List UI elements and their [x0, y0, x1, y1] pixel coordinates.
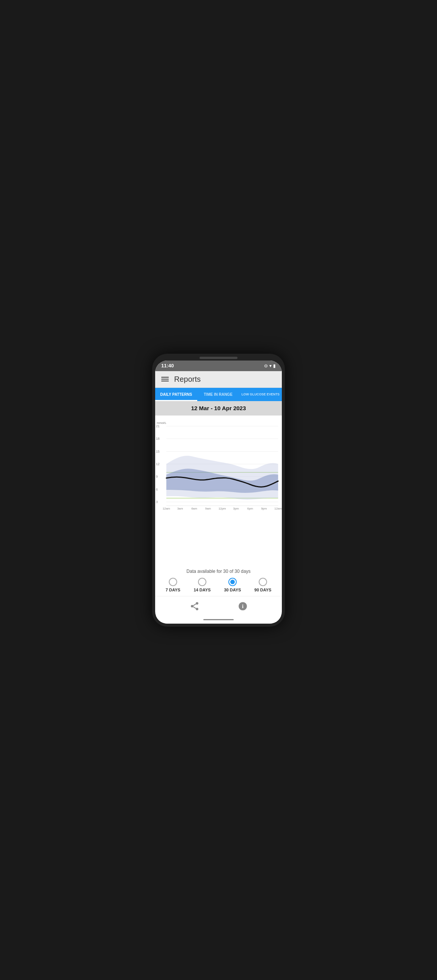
- svg-text:18: 18: [156, 436, 160, 440]
- day-option-90[interactable]: 90 DAYS: [255, 578, 272, 592]
- svg-text:9: 9: [156, 474, 158, 478]
- chart-container: mmol/L 21 18 15 12 9: [155, 415, 282, 566]
- day-label-30: 30 DAYS: [224, 588, 241, 592]
- day-option-7[interactable]: 7 DAYS: [166, 578, 180, 592]
- battery-icon: ▮: [273, 363, 276, 369]
- svg-point-29: [196, 608, 198, 610]
- date-range-text: 12 Mar - 10 Apr 2023: [191, 405, 246, 411]
- phone-notch: [199, 357, 238, 359]
- bottom-toolbar: i: [155, 596, 282, 616]
- tab-time-in-range[interactable]: TIME IN RANGE: [197, 388, 239, 401]
- hamburger-line-2: [161, 379, 169, 380]
- share-button[interactable]: [188, 599, 201, 613]
- svg-text:21: 21: [156, 424, 160, 428]
- svg-text:6am: 6am: [191, 506, 198, 510]
- radio-30days[interactable]: [228, 578, 237, 586]
- tab-daily-patterns[interactable]: DAILY PATTERNS: [155, 388, 197, 401]
- status-bar: 11:40 ⊖ ▾ ▮: [155, 361, 282, 371]
- data-info: Data available for 30 of 30 days: [155, 566, 282, 576]
- chart-svg: mmol/L 21 18 15 12 9: [155, 418, 282, 517]
- day-label-90: 90 DAYS: [255, 588, 272, 592]
- svg-text:9pm: 9pm: [261, 506, 267, 510]
- hamburger-line-3: [161, 381, 169, 381]
- info-icon: i: [238, 601, 248, 611]
- day-option-14[interactable]: 14 DAYS: [193, 578, 211, 592]
- svg-point-28: [191, 605, 193, 607]
- svg-text:3: 3: [156, 500, 158, 503]
- tab-bar: DAILY PATTERNS TIME IN RANGE LOW GLUCOSE…: [155, 388, 282, 401]
- day-selector: 7 DAYS 14 DAYS 30 DAYS 90 DAYS: [155, 576, 282, 596]
- svg-text:15: 15: [156, 449, 160, 453]
- app-title: Reports: [174, 375, 201, 383]
- date-range-bar: 12 Mar - 10 Apr 2023: [155, 401, 282, 415]
- home-bar: [155, 616, 282, 624]
- svg-text:3am: 3am: [177, 506, 183, 510]
- hamburger-icon[interactable]: [161, 377, 169, 381]
- radio-30days-inner: [230, 580, 235, 584]
- radio-90days[interactable]: [259, 578, 267, 586]
- home-bar-line: [203, 619, 234, 620]
- info-button[interactable]: i: [236, 599, 250, 613]
- svg-text:12: 12: [156, 462, 160, 466]
- app-header: Reports: [155, 371, 282, 388]
- status-time: 11:40: [161, 363, 174, 369]
- svg-text:9am: 9am: [205, 506, 211, 510]
- phone-frame: 11:40 ⊖ ▾ ▮ Reports DAILY PATTERNS TIME …: [152, 354, 285, 627]
- radio-7days[interactable]: [169, 578, 177, 586]
- hamburger-line-1: [161, 377, 169, 378]
- day-label-14: 14 DAYS: [193, 588, 211, 592]
- day-label-7: 7 DAYS: [166, 588, 180, 592]
- svg-point-27: [196, 602, 198, 605]
- day-option-30[interactable]: 30 DAYS: [224, 578, 241, 592]
- svg-text:12am: 12am: [163, 506, 170, 510]
- svg-line-31: [193, 606, 196, 608]
- svg-text:12am: 12am: [274, 506, 282, 510]
- svg-text:12pm: 12pm: [218, 506, 226, 510]
- svg-text:6pm: 6pm: [247, 506, 254, 510]
- wifi-icon: ▾: [270, 363, 272, 369]
- tab-low-glucose[interactable]: LOW GLUCOSE EVENTS: [239, 388, 282, 401]
- radio-14days[interactable]: [198, 578, 206, 586]
- svg-text:i: i: [242, 603, 244, 609]
- svg-line-30: [193, 603, 196, 605]
- status-icons: ⊖ ▾ ▮: [264, 363, 276, 369]
- share-icon: [190, 601, 199, 611]
- phone-screen: 11:40 ⊖ ▾ ▮ Reports DAILY PATTERNS TIME …: [155, 361, 282, 624]
- svg-text:3pm: 3pm: [233, 506, 239, 510]
- svg-text:6: 6: [156, 487, 158, 491]
- minus-circle-icon: ⊖: [264, 363, 268, 369]
